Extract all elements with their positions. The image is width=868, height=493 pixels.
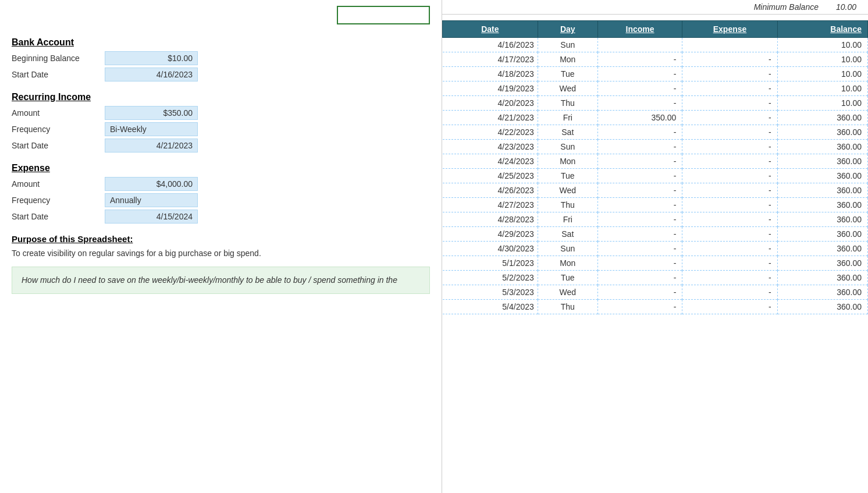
cell-expense: - bbox=[682, 67, 777, 81]
table-row: 4/24/2023Mon--360.00 bbox=[443, 154, 868, 169]
cell-balance: 360.00 bbox=[777, 300, 867, 314]
start-date-value-bank[interactable]: 4/16/2023 bbox=[105, 68, 198, 81]
beginning-balance-value[interactable]: $10.00 bbox=[105, 51, 198, 65]
cell-day: Wed bbox=[538, 81, 597, 96]
cell-expense: - bbox=[682, 169, 777, 183]
cell-day: Tue bbox=[538, 169, 597, 183]
beginning-balance-label: Beginning Balance bbox=[12, 54, 105, 63]
cell-expense: - bbox=[682, 285, 777, 300]
table-row: 4/28/2023Fri--360.00 bbox=[443, 212, 868, 227]
cell-balance: 10.00 bbox=[777, 67, 867, 81]
cell-income bbox=[597, 38, 682, 52]
table-row: 4/26/2023Wed--360.00 bbox=[443, 183, 868, 198]
right-panel: Minimum Balance 10.00 Date Day Income Ex… bbox=[442, 0, 868, 493]
min-balance-value: 10.00 bbox=[836, 2, 856, 12]
cell-income: - bbox=[597, 125, 682, 140]
cell-expense: - bbox=[682, 111, 777, 125]
expense-frequency-row: Frequency Annually bbox=[12, 193, 430, 207]
table-row: 5/4/2023Thu--360.00 bbox=[443, 300, 868, 314]
cell-day: Sun bbox=[538, 38, 597, 52]
cell-balance: 360.00 bbox=[777, 154, 867, 169]
cell-expense: - bbox=[682, 140, 777, 154]
expense-start-date-value[interactable]: 4/15/2024 bbox=[105, 210, 198, 224]
top-input-box[interactable] bbox=[337, 6, 430, 24]
cell-income: - bbox=[597, 285, 682, 300]
cell-income: - bbox=[597, 271, 682, 285]
cell-day: Wed bbox=[538, 285, 597, 300]
min-balance-label: Minimum Balance bbox=[754, 2, 819, 12]
cell-income: - bbox=[597, 81, 682, 96]
table-row: 4/19/2023Wed--10.00 bbox=[443, 81, 868, 96]
cell-balance: 10.00 bbox=[777, 96, 867, 111]
cell-income: - bbox=[597, 140, 682, 154]
table-row: 5/1/2023Mon--360.00 bbox=[443, 256, 868, 271]
income-frequency-value[interactable]: Bi-Weekly bbox=[105, 122, 198, 136]
income-frequency-label: Frequency bbox=[12, 125, 105, 134]
cell-date: 5/4/2023 bbox=[443, 300, 538, 314]
income-start-date-row: Start Date 4/21/2023 bbox=[12, 139, 430, 152]
cell-balance: 360.00 bbox=[777, 198, 867, 212]
col-header-balance: Balance bbox=[777, 21, 867, 38]
col-header-income: Income bbox=[597, 21, 682, 38]
cell-expense: - bbox=[682, 125, 777, 140]
table-row: 4/29/2023Sat--360.00 bbox=[443, 227, 868, 242]
expense-title: Expense bbox=[12, 163, 430, 173]
cell-date: 4/29/2023 bbox=[443, 227, 538, 242]
cell-day: Tue bbox=[538, 271, 597, 285]
cell-date: 5/2/2023 bbox=[443, 271, 538, 285]
cell-expense: - bbox=[682, 154, 777, 169]
table-row: 5/3/2023Wed--360.00 bbox=[443, 285, 868, 300]
cell-income: - bbox=[597, 183, 682, 198]
table-body: 4/16/2023Sun10.004/17/2023Mon--10.004/18… bbox=[443, 38, 868, 314]
cell-income: - bbox=[597, 300, 682, 314]
left-panel: Bank Account Beginning Balance $10.00 St… bbox=[0, 0, 442, 493]
cell-income: - bbox=[597, 256, 682, 271]
cell-income: - bbox=[597, 227, 682, 242]
income-start-date-label: Start Date bbox=[12, 141, 105, 150]
cell-income: - bbox=[597, 169, 682, 183]
cell-date: 5/3/2023 bbox=[443, 285, 538, 300]
cell-balance: 360.00 bbox=[777, 111, 867, 125]
table-row: 4/20/2023Thu--10.00 bbox=[443, 96, 868, 111]
expense-start-date-row: Start Date 4/15/2024 bbox=[12, 210, 430, 224]
cell-day: Sun bbox=[538, 140, 597, 154]
expense-amount-value[interactable]: $4,000.00 bbox=[105, 177, 198, 191]
table-row: 5/2/2023Tue--360.00 bbox=[443, 271, 868, 285]
cell-day: Mon bbox=[538, 52, 597, 67]
expense-amount-row: Amount $4,000.00 bbox=[12, 177, 430, 191]
cell-income: - bbox=[597, 154, 682, 169]
italic-note: How much do I need to save on the weekly… bbox=[12, 267, 430, 294]
cell-day: Mon bbox=[538, 256, 597, 271]
table-header-row: Date Day Income Expense Balance bbox=[443, 21, 868, 38]
income-amount-value[interactable]: $350.00 bbox=[105, 106, 198, 120]
purpose-text: To create visibility on regular savings … bbox=[12, 247, 430, 260]
income-start-date-value[interactable]: 4/21/2023 bbox=[105, 139, 198, 152]
expense-frequency-value[interactable]: Annually bbox=[105, 193, 198, 207]
cell-date: 4/20/2023 bbox=[443, 96, 538, 111]
cell-expense: - bbox=[682, 183, 777, 198]
page-container: Bank Account Beginning Balance $10.00 St… bbox=[0, 0, 868, 493]
start-date-row-bank: Start Date 4/16/2023 bbox=[12, 68, 430, 81]
expense-amount-label: Amount bbox=[12, 179, 105, 189]
cell-day: Thu bbox=[538, 96, 597, 111]
cell-date: 4/18/2023 bbox=[443, 67, 538, 81]
cell-date: 4/21/2023 bbox=[443, 111, 538, 125]
top-bar: Minimum Balance 10.00 bbox=[442, 0, 868, 15]
beginning-balance-row: Beginning Balance $10.00 bbox=[12, 51, 430, 65]
table-row: 4/16/2023Sun10.00 bbox=[443, 38, 868, 52]
cell-expense: - bbox=[682, 242, 777, 256]
cell-balance: 360.00 bbox=[777, 183, 867, 198]
cell-balance: 360.00 bbox=[777, 227, 867, 242]
cell-balance: 360.00 bbox=[777, 140, 867, 154]
cell-expense: - bbox=[682, 198, 777, 212]
cell-day: Thu bbox=[538, 198, 597, 212]
cell-expense: - bbox=[682, 256, 777, 271]
table-row: 4/22/2023Sat--360.00 bbox=[443, 125, 868, 140]
table-row: 4/25/2023Tue--360.00 bbox=[443, 169, 868, 183]
cell-date: 4/22/2023 bbox=[443, 125, 538, 140]
cell-day: Fri bbox=[538, 111, 597, 125]
cell-date: 4/28/2023 bbox=[443, 212, 538, 227]
cell-expense: - bbox=[682, 81, 777, 96]
cell-date: 4/23/2023 bbox=[443, 140, 538, 154]
cell-balance: 360.00 bbox=[777, 212, 867, 227]
